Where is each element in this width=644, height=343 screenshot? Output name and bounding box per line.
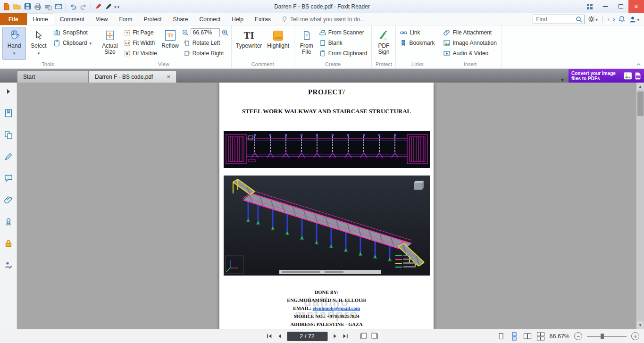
account-button[interactable] — [629, 16, 639, 23]
fit-visible-button[interactable]: Fit Visible — [122, 48, 159, 59]
zoom-in-icon[interactable] — [221, 29, 229, 36]
menu-tab-home[interactable]: Home — [27, 13, 54, 25]
previous-page-button[interactable] — [276, 333, 283, 339]
annotations-panel-button[interactable] — [3, 151, 14, 162]
print-button[interactable] — [33, 1, 42, 12]
single-page-view-button[interactable] — [497, 332, 505, 341]
maximize-button[interactable] — [613, 0, 628, 13]
find-input[interactable] — [535, 16, 574, 23]
menu-tab-form[interactable]: Form — [114, 13, 138, 25]
menu-tab-help[interactable]: Help — [226, 13, 249, 25]
pen-dropdown-icon[interactable] — [114, 3, 117, 10]
select-tool-button[interactable]: Select — [27, 27, 50, 60]
comments-panel-button[interactable] — [3, 173, 14, 184]
highlight-button[interactable]: Highlight — [265, 27, 292, 60]
history-back-icon[interactable]: ‹ — [608, 16, 610, 23]
link-button[interactable]: Link — [398, 27, 436, 38]
next-view-button[interactable] — [371, 333, 378, 340]
stamps-panel-button[interactable] — [3, 217, 14, 227]
actual-size-button[interactable]: Actual Size — [99, 27, 121, 60]
reflow-button[interactable]: Tt Reflow — [160, 27, 181, 60]
scrollbar-thumb[interactable] — [637, 92, 644, 116]
fit-page-button[interactable]: Fit Page — [122, 27, 159, 38]
vertical-scrollbar[interactable] — [636, 83, 644, 329]
pen-tool-button[interactable] — [104, 1, 113, 12]
menu-tab-comment[interactable]: Comment — [54, 13, 90, 25]
from-clipboard-button[interactable]: From Clipboard — [318, 48, 369, 59]
save-button[interactable] — [23, 1, 32, 12]
notifications-bell-icon[interactable] — [618, 15, 626, 23]
clipboard-button[interactable]: Clipboard — [51, 38, 93, 48]
rotate-right-button[interactable]: Rotate Right — [182, 48, 229, 59]
panel-expand-button[interactable] — [3, 86, 14, 97]
convert-images-promo-button[interactable]: Convert your image files to PDFs — [569, 69, 644, 83]
last-page-button[interactable] — [342, 333, 348, 339]
menu-tab-view[interactable]: View — [90, 13, 114, 25]
zoom-slider[interactable] — [587, 333, 627, 340]
rotate-left-button[interactable]: Rotate Left — [182, 38, 229, 48]
continuous-facing-view-button[interactable] — [536, 332, 545, 341]
email-link[interactable]: elouhmoh@gmail.com — [313, 306, 360, 311]
document-view[interactable]: PROJECT/ STEEL WORK WALKWAY AND STAIRCAS… — [17, 83, 636, 329]
rotate-left-icon — [184, 40, 190, 46]
bookmarks-panel-button[interactable] — [3, 108, 14, 118]
scroll-up-button[interactable] — [636, 83, 644, 90]
tab-document[interactable]: Darren F - BS code.pdf — [89, 70, 176, 83]
menu-tab-protect[interactable]: Protect — [138, 13, 167, 25]
settings-button[interactable] — [588, 16, 598, 23]
zoom-out-button[interactable] — [574, 332, 582, 340]
menu-tab-file[interactable]: File — [0, 13, 27, 25]
zoom-slider-thumb[interactable] — [601, 334, 604, 339]
marker-pen-icon — [95, 3, 102, 10]
thumbnails-panel-button[interactable] — [3, 130, 14, 140]
scroll-down-button[interactable] — [636, 321, 644, 329]
first-page-button[interactable] — [266, 333, 272, 339]
bookmark-button[interactable]: Bookmark — [398, 38, 436, 48]
pdf-sign-icon — [378, 30, 389, 41]
ui-layout-button[interactable] — [582, 0, 597, 13]
from-file-button[interactable]: From File — [297, 27, 317, 60]
print-preview-button[interactable] — [43, 1, 53, 12]
fit-width-button[interactable]: Fit Width — [122, 38, 159, 48]
tab-list-dropdown-icon[interactable]: ▼ — [556, 77, 569, 83]
zoom-out-icon[interactable] — [182, 29, 189, 36]
continuous-view-button[interactable] — [510, 332, 519, 341]
audio-video-button[interactable]: Audio & Video — [442, 48, 498, 59]
signatures-panel-button[interactable] — [3, 260, 14, 270]
search-icon[interactable] — [576, 16, 582, 23]
minimize-button[interactable] — [597, 0, 613, 13]
facing-view-button[interactable] — [523, 332, 532, 341]
close-button[interactable] — [628, 0, 644, 13]
undo-button[interactable] — [68, 1, 78, 12]
snapshot-button[interactable]: SnapShot — [51, 27, 93, 38]
menu-tab-share[interactable]: Share — [167, 13, 194, 25]
attachments-panel-button[interactable] — [3, 195, 14, 205]
menu-tab-extras[interactable]: Extras — [249, 13, 276, 25]
history-forward-icon[interactable]: › — [613, 16, 615, 23]
marker-pen-button[interactable] — [93, 1, 103, 12]
hand-tool-button[interactable]: Hand — [2, 27, 26, 60]
previous-view-button[interactable] — [360, 333, 367, 340]
menu-tab-connect[interactable]: Connect — [194, 13, 226, 25]
blank-button[interactable]: Blank — [318, 38, 369, 48]
tab-start[interactable]: Start — [17, 70, 89, 83]
ribbon-collapse-button[interactable] — [636, 63, 641, 67]
security-panel-button[interactable] — [3, 238, 14, 249]
pdf-sign-button[interactable]: PDF Sign — [374, 27, 393, 60]
file-attachment-button[interactable]: File Attachment — [442, 27, 498, 38]
window-controls — [582, 0, 644, 13]
image-annotation-button[interactable]: Image Annotation — [442, 38, 498, 48]
from-scanner-button[interactable]: From Scanner — [318, 27, 369, 38]
app-menu-button[interactable] — [2, 1, 11, 12]
email-button[interactable] — [54, 1, 63, 12]
zoom-in-button[interactable] — [631, 332, 639, 340]
zoom-level-combobox[interactable]: 66.67% — [191, 28, 220, 37]
page-number-input[interactable]: 2 / 72 — [287, 332, 327, 341]
redo-button[interactable] — [79, 1, 88, 12]
tell-me-box[interactable]: Tell me what you want to do.. — [276, 13, 368, 25]
qat-customize-icon[interactable] — [117, 3, 120, 10]
next-page-button[interactable] — [332, 333, 338, 339]
open-button[interactable] — [12, 1, 22, 12]
tab-close-icon[interactable] — [167, 73, 170, 80]
typewriter-button[interactable]: TI Typewriter — [234, 27, 264, 60]
